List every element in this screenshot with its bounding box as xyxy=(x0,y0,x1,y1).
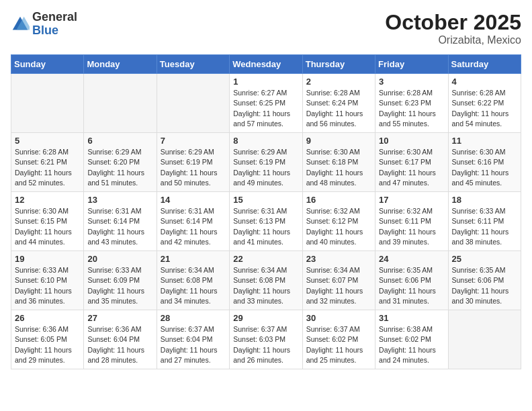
calendar-week-5: 26Sunrise: 6:36 AM Sunset: 6:05 PM Dayli… xyxy=(11,310,521,369)
calendar-cell: 31Sunrise: 6:38 AM Sunset: 6:02 PM Dayli… xyxy=(375,310,448,369)
day-info: Sunrise: 6:29 AM Sunset: 6:19 PM Dayligh… xyxy=(233,147,298,188)
title-block: October 2025 Orizabita, Mexico xyxy=(385,11,521,46)
calendar-cell: 10Sunrise: 6:30 AM Sunset: 6:17 PM Dayli… xyxy=(375,133,448,192)
calendar-cell: 7Sunrise: 6:29 AM Sunset: 6:19 PM Daylig… xyxy=(157,133,229,192)
calendar-cell: 18Sunrise: 6:33 AM Sunset: 6:11 PM Dayli… xyxy=(448,192,521,251)
calendar-cell xyxy=(11,74,84,133)
logo-icon xyxy=(11,15,30,34)
calendar-cell: 20Sunrise: 6:33 AM Sunset: 6:09 PM Dayli… xyxy=(84,251,157,310)
day-number: 30 xyxy=(306,313,371,323)
calendar-cell: 3Sunrise: 6:28 AM Sunset: 6:23 PM Daylig… xyxy=(375,74,448,133)
calendar-cell: 4Sunrise: 6:28 AM Sunset: 6:22 PM Daylig… xyxy=(448,74,521,133)
logo-general: General xyxy=(32,10,77,24)
day-number: 25 xyxy=(452,254,517,264)
page-title: October 2025 xyxy=(385,11,521,34)
day-info: Sunrise: 6:34 AM Sunset: 6:08 PM Dayligh… xyxy=(161,265,226,306)
day-number: 2 xyxy=(306,77,371,87)
day-number: 1 xyxy=(233,77,298,87)
calendar-cell: 23Sunrise: 6:34 AM Sunset: 6:07 PM Dayli… xyxy=(302,251,375,310)
day-info: Sunrise: 6:31 AM Sunset: 6:14 PM Dayligh… xyxy=(161,206,226,247)
day-number: 20 xyxy=(87,254,152,264)
calendar-cell: 29Sunrise: 6:37 AM Sunset: 6:03 PM Dayli… xyxy=(230,310,302,369)
calendar-cell: 24Sunrise: 6:35 AM Sunset: 6:06 PM Dayli… xyxy=(375,251,448,310)
weekday-header-friday: Friday xyxy=(375,55,448,74)
day-number: 31 xyxy=(379,313,444,323)
calendar-week-4: 19Sunrise: 6:33 AM Sunset: 6:10 PM Dayli… xyxy=(11,251,521,310)
day-number: 3 xyxy=(379,77,444,87)
day-info: Sunrise: 6:28 AM Sunset: 6:24 PM Dayligh… xyxy=(306,88,371,129)
day-number: 28 xyxy=(161,313,226,323)
calendar-week-1: 1Sunrise: 6:27 AM Sunset: 6:25 PM Daylig… xyxy=(11,74,521,133)
calendar-cell: 27Sunrise: 6:36 AM Sunset: 6:04 PM Dayli… xyxy=(84,310,157,369)
weekday-header-saturday: Saturday xyxy=(448,55,521,74)
day-info: Sunrise: 6:31 AM Sunset: 6:14 PM Dayligh… xyxy=(87,206,152,247)
calendar-cell: 30Sunrise: 6:37 AM Sunset: 6:02 PM Dayli… xyxy=(302,310,375,369)
day-number: 7 xyxy=(161,136,226,146)
day-info: Sunrise: 6:32 AM Sunset: 6:11 PM Dayligh… xyxy=(379,206,444,247)
day-info: Sunrise: 6:35 AM Sunset: 6:06 PM Dayligh… xyxy=(452,265,517,306)
day-info: Sunrise: 6:38 AM Sunset: 6:02 PM Dayligh… xyxy=(379,324,444,365)
day-info: Sunrise: 6:37 AM Sunset: 6:03 PM Dayligh… xyxy=(233,324,298,365)
day-number: 12 xyxy=(15,195,80,205)
logo: General Blue xyxy=(11,11,77,38)
day-info: Sunrise: 6:35 AM Sunset: 6:06 PM Dayligh… xyxy=(379,265,444,306)
calendar-cell: 19Sunrise: 6:33 AM Sunset: 6:10 PM Dayli… xyxy=(11,251,84,310)
calendar-week-3: 12Sunrise: 6:30 AM Sunset: 6:15 PM Dayli… xyxy=(11,192,521,251)
weekday-header-thursday: Thursday xyxy=(302,55,375,74)
day-number: 14 xyxy=(161,195,226,205)
calendar-cell: 25Sunrise: 6:35 AM Sunset: 6:06 PM Dayli… xyxy=(448,251,521,310)
day-info: Sunrise: 6:28 AM Sunset: 6:22 PM Dayligh… xyxy=(452,88,517,129)
day-number: 13 xyxy=(87,195,152,205)
logo-text: General Blue xyxy=(32,11,77,38)
page-header: General Blue October 2025 Orizabita, Mex… xyxy=(11,11,521,46)
day-info: Sunrise: 6:33 AM Sunset: 6:10 PM Dayligh… xyxy=(15,265,80,306)
calendar-cell: 22Sunrise: 6:34 AM Sunset: 6:08 PM Dayli… xyxy=(230,251,302,310)
day-number: 17 xyxy=(379,195,444,205)
day-number: 24 xyxy=(379,254,444,264)
day-info: Sunrise: 6:34 AM Sunset: 6:08 PM Dayligh… xyxy=(233,265,298,306)
day-info: Sunrise: 6:29 AM Sunset: 6:20 PM Dayligh… xyxy=(87,147,152,188)
day-info: Sunrise: 6:36 AM Sunset: 6:05 PM Dayligh… xyxy=(15,324,80,365)
calendar-table: SundayMondayTuesdayWednesdayThursdayFrid… xyxy=(11,54,521,369)
calendar-cell: 15Sunrise: 6:31 AM Sunset: 6:13 PM Dayli… xyxy=(230,192,302,251)
calendar-cell: 28Sunrise: 6:37 AM Sunset: 6:04 PM Dayli… xyxy=(157,310,229,369)
calendar-cell: 6Sunrise: 6:29 AM Sunset: 6:20 PM Daylig… xyxy=(84,133,157,192)
calendar-cell: 14Sunrise: 6:31 AM Sunset: 6:14 PM Dayli… xyxy=(157,192,229,251)
day-number: 9 xyxy=(306,136,371,146)
day-number: 5 xyxy=(15,136,80,146)
calendar-cell: 26Sunrise: 6:36 AM Sunset: 6:05 PM Dayli… xyxy=(11,310,84,369)
weekday-header-wednesday: Wednesday xyxy=(230,55,302,74)
day-info: Sunrise: 6:36 AM Sunset: 6:04 PM Dayligh… xyxy=(87,324,152,365)
page-subtitle: Orizabita, Mexico xyxy=(385,34,521,46)
day-info: Sunrise: 6:37 AM Sunset: 6:02 PM Dayligh… xyxy=(306,324,371,365)
day-info: Sunrise: 6:32 AM Sunset: 6:12 PM Dayligh… xyxy=(306,206,371,247)
day-info: Sunrise: 6:34 AM Sunset: 6:07 PM Dayligh… xyxy=(306,265,371,306)
day-info: Sunrise: 6:30 AM Sunset: 6:16 PM Dayligh… xyxy=(452,147,517,188)
day-number: 29 xyxy=(233,313,298,323)
calendar-cell: 16Sunrise: 6:32 AM Sunset: 6:12 PM Dayli… xyxy=(302,192,375,251)
day-number: 15 xyxy=(233,195,298,205)
day-number: 26 xyxy=(15,313,80,323)
calendar-cell xyxy=(84,74,157,133)
day-info: Sunrise: 6:28 AM Sunset: 6:23 PM Dayligh… xyxy=(379,88,444,129)
weekday-row: SundayMondayTuesdayWednesdayThursdayFrid… xyxy=(11,55,521,74)
calendar-header: SundayMondayTuesdayWednesdayThursdayFrid… xyxy=(11,55,521,74)
weekday-header-sunday: Sunday xyxy=(11,55,84,74)
calendar-cell: 8Sunrise: 6:29 AM Sunset: 6:19 PM Daylig… xyxy=(230,133,302,192)
calendar-body: 1Sunrise: 6:27 AM Sunset: 6:25 PM Daylig… xyxy=(11,74,521,369)
day-info: Sunrise: 6:30 AM Sunset: 6:18 PM Dayligh… xyxy=(306,147,371,188)
day-number: 11 xyxy=(452,136,517,146)
day-number: 10 xyxy=(379,136,444,146)
day-info: Sunrise: 6:31 AM Sunset: 6:13 PM Dayligh… xyxy=(233,206,298,247)
day-number: 23 xyxy=(306,254,371,264)
logo-blue: Blue xyxy=(32,24,58,37)
day-number: 18 xyxy=(452,195,517,205)
day-info: Sunrise: 6:33 AM Sunset: 6:09 PM Dayligh… xyxy=(87,265,152,306)
calendar-cell xyxy=(157,74,229,133)
day-number: 22 xyxy=(233,254,298,264)
day-info: Sunrise: 6:27 AM Sunset: 6:25 PM Dayligh… xyxy=(233,88,298,129)
day-info: Sunrise: 6:28 AM Sunset: 6:21 PM Dayligh… xyxy=(15,147,80,188)
calendar-cell: 1Sunrise: 6:27 AM Sunset: 6:25 PM Daylig… xyxy=(230,74,302,133)
calendar-cell: 11Sunrise: 6:30 AM Sunset: 6:16 PM Dayli… xyxy=(448,133,521,192)
day-info: Sunrise: 6:30 AM Sunset: 6:15 PM Dayligh… xyxy=(15,206,80,247)
